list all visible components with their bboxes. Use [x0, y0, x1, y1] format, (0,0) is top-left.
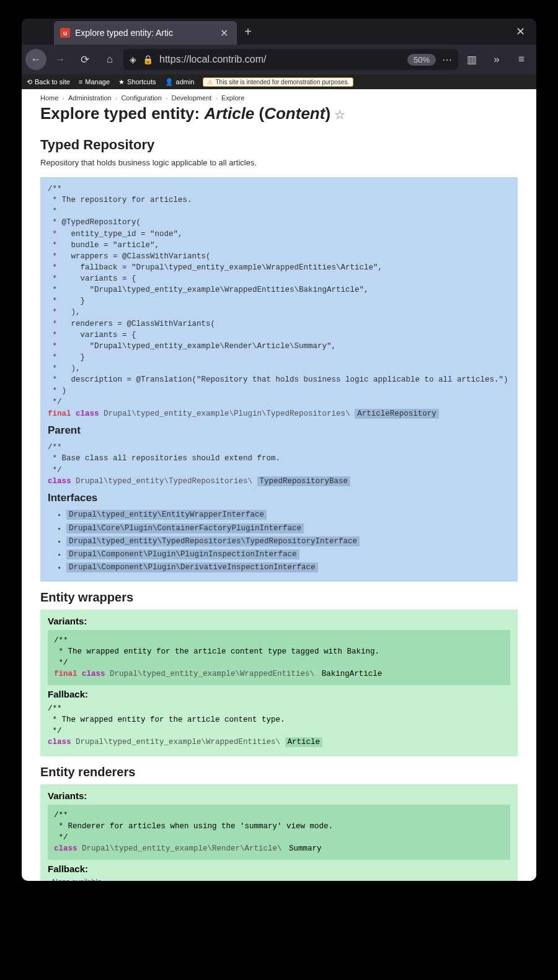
entity-renderers-heading: Entity renderers	[22, 756, 536, 784]
breadcrumb-link[interactable]: Explore	[221, 94, 244, 102]
url-text: https://local.contrib.com/	[159, 54, 401, 65]
library-icon[interactable]: ▥	[461, 48, 483, 71]
entity-renderers-block: Variants: /** * Renderer for articles wh…	[40, 784, 518, 881]
user-link[interactable]: 👤admin	[165, 78, 195, 86]
breadcrumb-link[interactable]: Configuration	[121, 94, 161, 102]
zoom-badge[interactable]: 50%	[407, 54, 436, 66]
interfaces-heading: Interfaces	[48, 491, 510, 506]
variants-label: Variants:	[48, 616, 510, 626]
more-icon[interactable]: ⋯	[442, 54, 452, 66]
demo-warning: ⚠This site is intended for demonstration…	[203, 77, 353, 87]
fallback-label: Fallback:	[48, 864, 510, 874]
breadcrumb-link[interactable]: Development	[172, 94, 212, 102]
fallback-label: Fallback:	[48, 689, 510, 699]
favorite-star-icon[interactable]: ☆	[334, 108, 345, 121]
interface-item: Drupal\Component\Plugin\PluginInspection…	[66, 549, 510, 560]
docblock: /** * The repository for articles. * * @…	[48, 185, 508, 406]
entity-wrappers-heading: Entity wrappers	[22, 582, 536, 610]
breadcrumb-link[interactable]: Home	[40, 94, 58, 102]
warning-icon: ⚠	[207, 79, 213, 85]
manage-link[interactable]: ≡Manage	[79, 78, 110, 85]
parent-docblock: /** * Base class all repositories should…	[48, 443, 280, 474]
typed-repository-section: Typed Repository Repository that holds b…	[22, 129, 536, 177]
tab-title: Explore typed entity: Artic	[75, 28, 213, 38]
tab-favicon-icon: u	[60, 28, 70, 38]
back-to-site-link[interactable]: ⟲Back to site	[27, 78, 70, 86]
menu-icon[interactable]: ≡	[510, 48, 533, 71]
section-description: Repository that holds business logic app…	[40, 158, 518, 167]
window-close-icon[interactable]: ✕	[509, 19, 531, 45]
tab-bar: u Explore typed entity: Artic ✕ + ✕	[22, 19, 536, 45]
overflow-icon[interactable]: »	[485, 48, 508, 71]
url-bar[interactable]: ◈ 🔒 https://local.contrib.com/ 50% ⋯	[123, 49, 458, 70]
parent-heading: Parent	[48, 423, 510, 439]
fallback-none: - None available -	[48, 878, 510, 881]
breadcrumb: Home›Administration›Configuration›Develo…	[22, 89, 536, 102]
tab-close-icon[interactable]: ✕	[218, 27, 231, 39]
interface-item: Drupal\Component\Plugin\DerivativeInspec…	[66, 562, 510, 573]
star-icon: ★	[118, 78, 125, 86]
shield-icon: ◈	[130, 55, 136, 64]
interface-item: Drupal\typed_entity\TypedRepositories\Ty…	[66, 536, 510, 547]
home-button[interactable]: ⌂	[99, 48, 121, 71]
user-icon: 👤	[165, 78, 174, 86]
reload-button[interactable]: ⟳	[74, 48, 96, 71]
wrapper-variant-code: /** * The wrapped entity for the article…	[48, 630, 510, 685]
back-icon: ⟲	[27, 78, 32, 86]
back-button[interactable]: ←	[25, 49, 46, 70]
lock-icon: 🔒	[143, 55, 153, 64]
menu-icon: ≡	[79, 78, 82, 85]
page-content: ⟲Back to site ≡Manage ★Shortcuts 👤admin …	[22, 74, 536, 881]
browser-tab[interactable]: u Explore typed entity: Artic ✕	[54, 21, 237, 45]
page-title: Explore typed entity: Article (Content)☆	[22, 102, 536, 129]
interfaces-list: Drupal\typed_entity\EntityWrapperInterfa…	[48, 509, 510, 573]
interface-item: Drupal\Core\Plugin\ContainerFactoryPlugi…	[66, 523, 510, 534]
renderer-variant-code: /** * Renderer for articles when using t…	[48, 805, 510, 860]
nav-toolbar: ← → ⟳ ⌂ ◈ 🔒 https://local.contrib.com/ 5…	[22, 45, 536, 74]
repository-code-block: /** * The repository for articles. * * @…	[40, 177, 518, 582]
browser-window: u Explore typed entity: Artic ✕ + ✕ ← → …	[22, 19, 536, 881]
new-tab-button[interactable]: +	[237, 19, 259, 45]
variants-label: Variants:	[48, 790, 510, 801]
wrapper-fallback-code: /** * The wrapped entity for the article…	[48, 703, 510, 748]
interface-item: Drupal\typed_entity\EntityWrapperInterfa…	[66, 509, 510, 520]
shortcuts-link[interactable]: ★Shortcuts	[118, 78, 156, 86]
section-heading: Typed Repository	[40, 137, 518, 153]
entity-wrappers-block: Variants: /** * The wrapped entity for t…	[40, 610, 518, 756]
forward-button[interactable]: →	[49, 48, 71, 71]
breadcrumb-link[interactable]: Administration	[68, 94, 112, 102]
drupal-admin-toolbar: ⟲Back to site ≡Manage ★Shortcuts 👤admin …	[22, 74, 536, 89]
